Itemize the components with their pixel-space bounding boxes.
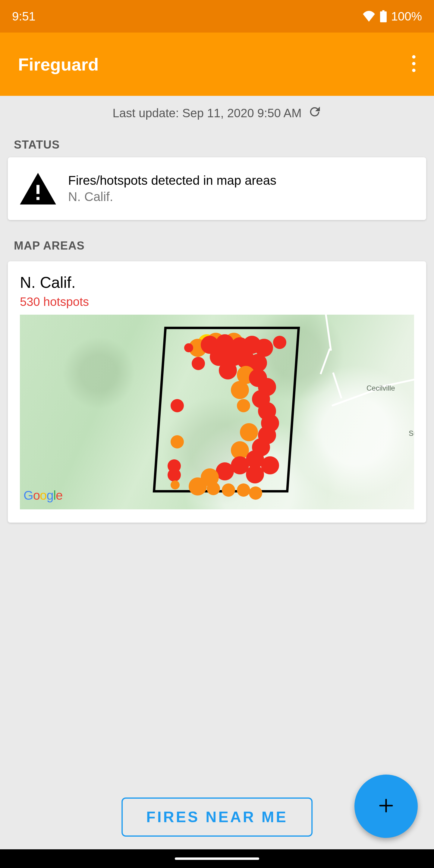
svg-point-0 [412,55,415,59]
svg-rect-4 [36,197,39,200]
android-nav-bar [0,849,434,868]
status-subline: N. Calif. [68,190,276,204]
content-area: Last update: Sep 11, 2020 9:50 AM STATUS… [0,96,434,523]
refresh-icon [308,108,321,121]
svg-point-1 [412,62,415,65]
wifi-icon [362,11,375,22]
map-preview: Cecilville Summe Google [20,315,414,509]
status-time: 9:51 [12,10,36,23]
map-label-summe: Summe [409,429,414,438]
section-label-map-areas: MAP AREAS [8,233,426,258]
section-label-status: STATUS [8,132,426,157]
svg-point-2 [412,69,415,72]
last-update-text: Last update: Sep 11, 2020 9:50 AM [113,106,301,120]
warning-icon [20,171,56,206]
map-area-title: N. Calif. [20,273,414,291]
status-text: Fires/hotspots detected in map areas N. … [68,173,276,204]
status-card[interactable]: Fires/hotspots detected in map areas N. … [8,157,426,220]
more-vert-icon [412,68,416,73]
app-title: Fireguard [18,54,99,74]
battery-percentage: 100% [391,10,422,23]
plus-icon [377,797,395,816]
map-label-cecilville: Cecilville [367,384,395,393]
status-headline: Fires/hotspots detected in map areas [68,173,276,188]
svg-rect-3 [36,185,39,194]
fires-near-me-button[interactable]: FIRES NEAR ME [121,798,313,837]
map-area-card[interactable]: N. Calif. 530 hotspots [8,261,426,523]
android-status-bar: 9:51 100% [0,0,434,33]
app-bar: Fireguard [0,33,434,96]
add-fab[interactable] [354,775,418,838]
last-update-row: Last update: Sep 11, 2020 9:50 AM [8,96,426,132]
gesture-handle[interactable] [175,858,259,860]
hotspot-count: 530 hotspots [20,295,414,309]
google-attribution: Google [24,488,62,503]
more-options-button[interactable] [406,49,422,79]
battery-icon [380,10,387,22]
refresh-button[interactable] [308,105,321,121]
status-right-cluster: 100% [362,10,422,23]
